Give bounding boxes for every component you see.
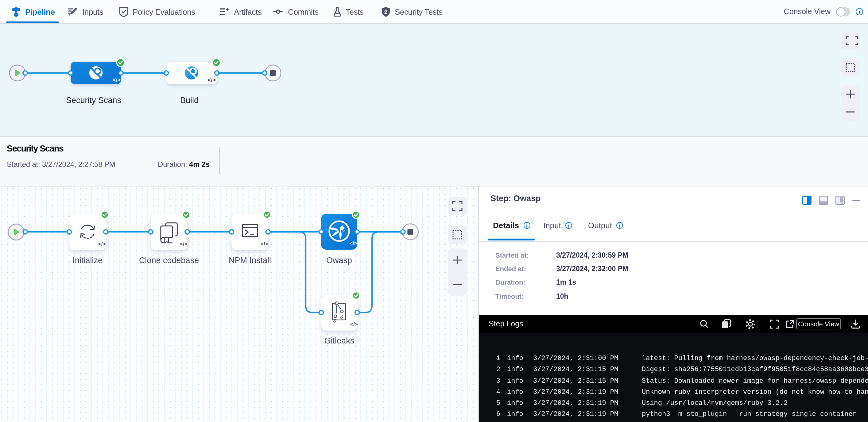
svg-text:</>: </> (98, 241, 106, 247)
svg-text:</>: </> (350, 321, 358, 327)
svg-text:</>: </> (113, 77, 121, 83)
svg-text:</>: </> (260, 241, 268, 247)
svg-text:</>: </> (180, 241, 188, 247)
svg-text:</>: </> (350, 240, 357, 246)
svg-text:</>: </> (208, 77, 216, 83)
